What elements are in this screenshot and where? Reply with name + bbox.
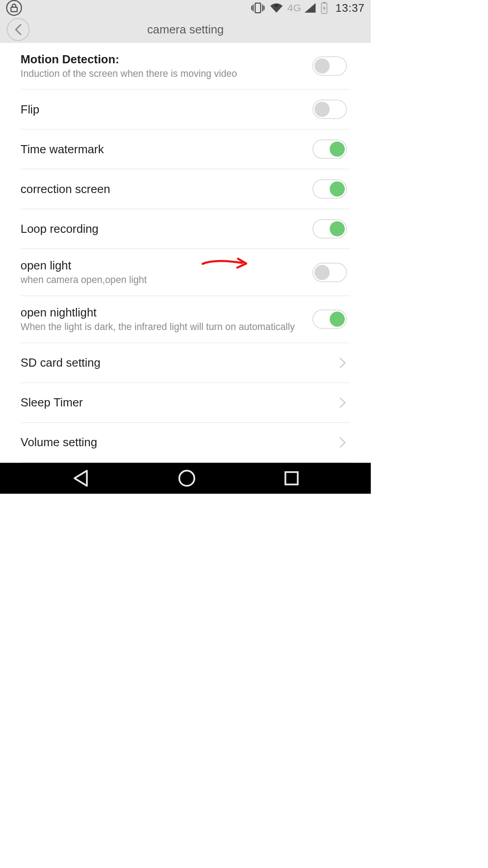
row-loop-recording[interactable]: Loop recording <box>21 209 351 249</box>
app-bar: camera setting <box>0 16 371 43</box>
row-title: Volume setting <box>21 436 330 449</box>
row-title: open light <box>21 259 306 273</box>
signal-icon <box>304 3 316 14</box>
chevron-right-icon <box>335 437 346 448</box>
row-sd-card-setting[interactable]: SD card setting <box>21 343 351 383</box>
row-correction-screen[interactable]: correction screen <box>21 170 351 209</box>
nav-home-button[interactable] <box>177 468 197 488</box>
vibrate-icon <box>250 2 265 14</box>
svg-rect-5 <box>285 472 297 484</box>
svg-point-4 <box>179 471 194 486</box>
network-label: 4G <box>287 2 301 14</box>
toggle-loop-recording[interactable] <box>313 219 347 239</box>
back-button[interactable] <box>7 18 29 41</box>
svg-rect-0 <box>11 7 17 12</box>
row-open-light[interactable]: open light when camera open,open light <box>21 249 351 296</box>
row-title: correction screen <box>21 182 306 196</box>
nav-back-button[interactable] <box>70 468 91 488</box>
row-motion-detection[interactable]: Motion Detection: Induction of the scree… <box>21 43 351 90</box>
toggle-time-watermark[interactable] <box>313 140 347 159</box>
chevron-left-icon <box>14 24 23 36</box>
row-open-nightlight[interactable]: open nightlight When the light is dark, … <box>21 296 351 343</box>
row-title: SD card setting <box>21 356 330 369</box>
svg-rect-1 <box>255 3 261 13</box>
screen: 4G 13:37 camera setting <box>0 0 371 494</box>
nav-recent-button[interactable] <box>282 469 300 487</box>
row-subtitle: Induction of the screen when there is mo… <box>21 68 306 80</box>
row-flip[interactable]: Flip <box>21 90 351 130</box>
chevron-right-icon <box>335 357 346 368</box>
row-time-watermark[interactable]: Time watermark <box>21 130 351 170</box>
toggle-open-light[interactable] <box>313 263 347 282</box>
row-title: Flip <box>21 103 306 116</box>
page-title: camera setting <box>147 23 224 36</box>
row-subtitle: When the light is dark, the infrared lig… <box>21 321 306 333</box>
toggle-flip[interactable] <box>313 100 347 119</box>
android-navbar <box>0 462 371 494</box>
chevron-right-icon <box>335 397 346 408</box>
status-bar: 4G 13:37 <box>0 0 371 16</box>
lock-icon <box>6 0 22 16</box>
toggle-correction-screen[interactable] <box>313 179 347 199</box>
row-title: Loop recording <box>21 222 306 236</box>
toggle-motion-detection[interactable] <box>313 57 347 76</box>
toggle-open-nightlight[interactable] <box>313 310 347 329</box>
battery-icon <box>320 2 328 14</box>
row-volume-setting[interactable]: Volume setting <box>21 423 351 462</box>
wifi-icon <box>270 3 283 14</box>
row-title: Motion Detection: <box>21 52 306 66</box>
row-title: Sleep Timer <box>21 396 330 410</box>
svg-rect-3 <box>323 2 325 4</box>
row-sleep-timer[interactable]: Sleep Timer <box>21 383 351 423</box>
row-title: Time watermark <box>21 142 306 156</box>
settings-list: Motion Detection: Induction of the scree… <box>0 43 371 463</box>
clock-label: 13:37 <box>335 2 365 14</box>
row-title: open nightlight <box>21 306 306 319</box>
row-subtitle: when camera open,open light <box>21 274 306 286</box>
